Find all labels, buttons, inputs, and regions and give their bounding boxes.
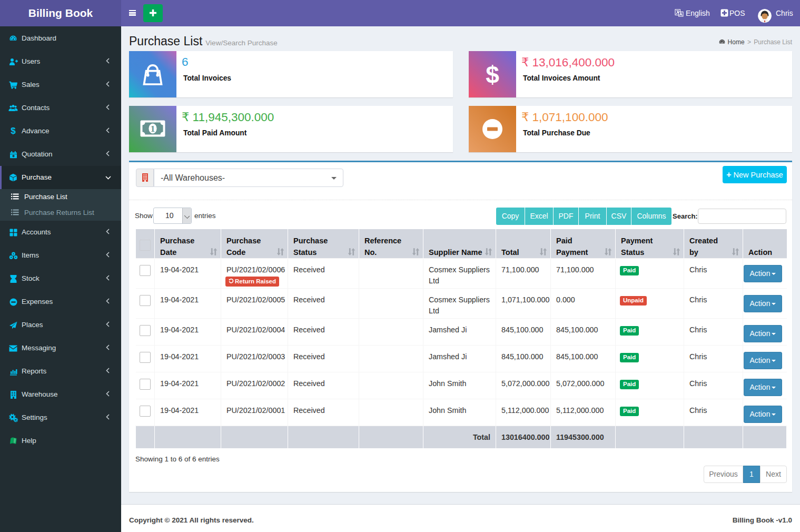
svg-text:$: $: [486, 63, 499, 86]
svg-text:1: 1: [151, 124, 155, 134]
